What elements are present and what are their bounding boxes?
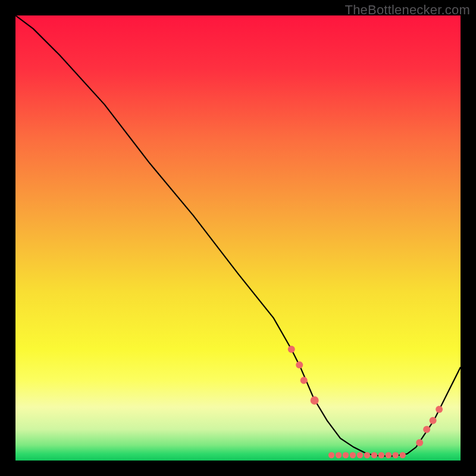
curve-marker — [393, 452, 399, 458]
curve-marker — [343, 452, 349, 458]
curve-marker — [311, 396, 319, 405]
curve-marker — [378, 452, 384, 458]
curve-marker — [336, 452, 342, 458]
curve-marker — [430, 417, 437, 424]
chart-background — [15, 15, 461, 461]
curve-marker — [400, 452, 406, 458]
curve-marker — [416, 439, 423, 446]
curve-marker — [296, 361, 303, 368]
watermark-text: TheBottlenecker.com — [345, 2, 470, 18]
curve-marker — [288, 346, 295, 353]
curve-marker — [371, 452, 377, 458]
curve-marker — [386, 452, 392, 458]
curve-marker — [300, 377, 308, 384]
bottleneck-chart — [15, 15, 461, 461]
chart-frame: TheBottlenecker.com — [0, 0, 476, 476]
curve-marker — [436, 406, 443, 413]
curve-marker — [357, 452, 363, 458]
curve-marker — [350, 452, 356, 458]
curve-marker — [423, 426, 430, 433]
curve-marker — [364, 452, 370, 458]
curve-marker — [328, 452, 334, 458]
